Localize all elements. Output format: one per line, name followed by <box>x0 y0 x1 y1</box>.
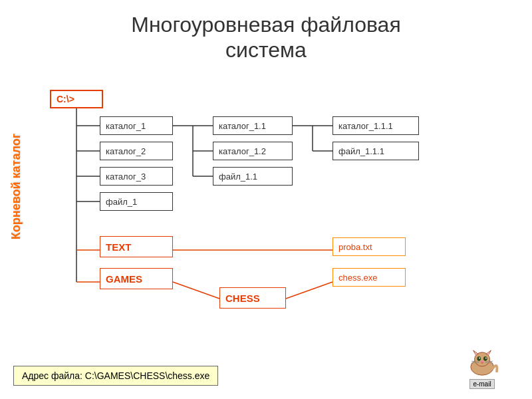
vertical-label: Корневой каталог <box>7 120 27 253</box>
file1-node: файл_1 <box>100 192 173 211</box>
chess-node: CHESS <box>219 287 286 309</box>
katalog12-node: каталог_1.2 <box>213 142 293 160</box>
katalog11-node: каталог_1.1 <box>213 116 293 135</box>
katalog2-node: каталог_2 <box>100 142 173 160</box>
svg-point-23 <box>477 356 481 361</box>
text-node: TEXT <box>100 236 173 257</box>
svg-point-24 <box>483 356 487 361</box>
cat-image <box>464 349 501 378</box>
svg-line-16 <box>286 282 332 299</box>
svg-point-26 <box>485 357 486 358</box>
katalog3-node: каталог_3 <box>100 167 173 186</box>
email-label: e-mail <box>469 379 494 389</box>
svg-point-27 <box>481 361 483 363</box>
katalog111-node: каталог_1.1.1 <box>332 116 419 135</box>
probatxt-node: proba.txt <box>332 237 406 256</box>
email-icon-area: e-mail <box>459 349 505 389</box>
file11-node: файл_1.1 <box>213 167 293 186</box>
games-node: GAMES <box>100 268 173 289</box>
svg-point-25 <box>479 357 480 358</box>
page-title: Многоуровневая файловая система <box>0 0 532 63</box>
chessexe-node: chess.exe <box>332 268 406 287</box>
svg-line-14 <box>173 282 219 299</box>
address-bar: Адрес файла: C:\GAMES\CHESS\chess.exe <box>13 366 218 386</box>
file111-node: файл_1.1.1 <box>332 142 419 160</box>
katalog1-node: каталог_1 <box>100 116 173 135</box>
root-node: C:\> <box>50 90 103 108</box>
